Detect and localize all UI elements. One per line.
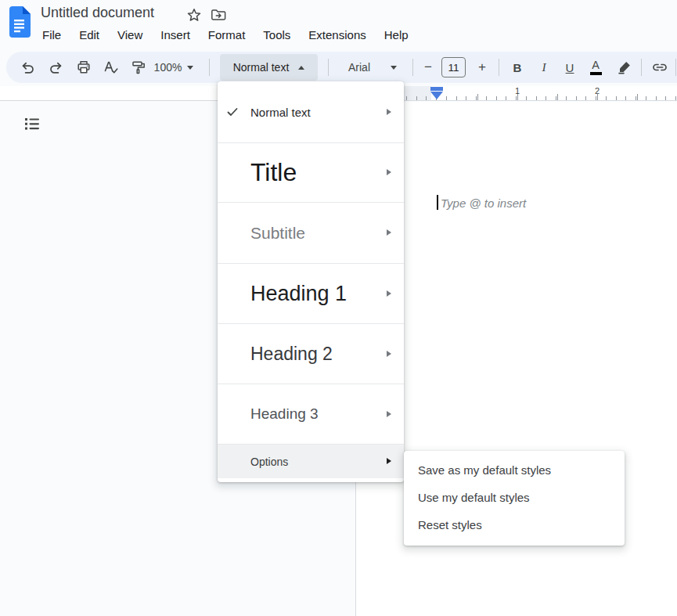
menu-view[interactable]: View [116,27,144,42]
insert-link-button[interactable] [649,52,671,83]
text-color-swatch [590,72,602,75]
ruler-half-ticks [477,94,677,100]
toolbar: 100% Normal text Arial − 11 + B I U A [6,52,677,83]
submenu-item-use-default-styles[interactable]: Use my default styles [404,484,625,511]
submenu-arrow-icon [387,229,391,236]
menu-item-heading-2[interactable]: Heading 2 [218,324,404,384]
underline-button[interactable]: U [560,52,580,83]
spellcheck-button[interactable] [99,52,123,83]
menu-item-label: Subtitle [250,224,305,243]
menu-item-normal-text[interactable]: Normal text [218,81,404,142]
menu-item-title[interactable]: Title [218,143,404,202]
docs-logo-icon[interactable] [7,6,31,38]
menu-insert[interactable]: Insert [159,27,192,42]
menu-tools[interactable]: Tools [261,27,292,42]
menu-bar: File Edit View Insert Format Tools Exten… [41,27,410,42]
menu-item-heading-1[interactable]: Heading 1 [218,264,404,323]
styles-dropdown-menu: Normal text Title Subtitle Heading 1 Hea… [218,81,404,482]
menu-extensions[interactable]: Extensions [307,27,367,42]
font-value: Arial [348,61,370,74]
submenu-item-reset-styles[interactable]: Reset styles [404,511,625,539]
menu-item-label: Heading 2 [250,344,333,365]
submenu-item-save-default-styles[interactable]: Save as my default styles [404,456,625,484]
chevron-down-icon [187,66,193,70]
undo-button[interactable] [17,52,39,83]
chevron-up-icon [298,66,304,70]
menu-item-label: Options [250,456,288,468]
move-to-folder-icon[interactable] [211,7,226,23]
zoom-value: 100% [154,61,182,74]
menu-item-subtitle[interactable]: Subtitle [218,203,404,263]
increase-font-size-button[interactable]: + [473,52,492,83]
text-color-glyph: A [592,59,600,71]
checkmark-icon [226,106,239,118]
menu-item-label: Heading 1 [250,282,347,306]
styles-value: Normal text [233,61,290,74]
menu-help[interactable]: Help [383,27,410,42]
italic-button[interactable]: I [534,52,554,83]
submenu-arrow-icon [387,458,391,464]
menu-format[interactable]: Format [207,27,247,42]
zoom-select[interactable]: 100% [149,52,198,83]
paint-format-button[interactable] [127,52,150,83]
google-docs-window: Untitled document File Edit View Insert … [0,0,677,616]
font-size-input[interactable]: 11 [441,57,466,77]
styles-select[interactable]: Normal text [220,54,318,81]
decrease-font-size-button[interactable]: − [420,52,437,83]
left-indent-marker[interactable] [430,92,443,99]
print-button[interactable] [72,52,95,83]
submenu-arrow-icon [387,411,391,417]
text-color-button[interactable]: A [585,52,606,83]
submenu-arrow-icon [387,290,391,297]
toolbar-separator [499,59,499,76]
toolbar-separator [412,59,413,76]
submenu-arrow-icon [387,169,391,175]
bold-button[interactable]: B [507,52,528,83]
chevron-down-icon [391,66,397,70]
options-submenu: Save as my default styles Use my default… [404,451,625,546]
submenu-arrow-icon [387,109,391,115]
star-icon[interactable] [186,7,202,23]
toolbar-separator [641,59,642,76]
menu-file[interactable]: File [41,27,63,42]
ruler-inch-label: 1 [515,86,520,95]
submenu-arrow-icon [387,351,391,357]
menu-item-options[interactable]: Options [218,445,404,478]
insert-placeholder-text: Type @ to insert [441,196,526,210]
menu-item-label: Heading 3 [250,405,319,423]
show-outline-icon[interactable] [23,114,41,133]
menu-item-label: Title [250,158,297,187]
toolbar-separator [209,59,210,76]
toolbar-separator [675,59,676,76]
ruler-inch-label: 2 [595,86,600,95]
menu-item-label: Normal text [250,106,311,119]
document-title[interactable]: Untitled document [41,5,154,21]
menu-edit[interactable]: Edit [77,27,101,42]
font-select[interactable]: Arial [338,52,407,83]
highlight-color-button[interactable] [614,52,635,83]
text-cursor [437,195,438,210]
redo-button[interactable] [45,52,67,83]
first-line-indent-marker[interactable] [430,87,443,91]
menu-item-heading-3[interactable]: Heading 3 [218,384,404,444]
toolbar-separator [328,59,329,76]
